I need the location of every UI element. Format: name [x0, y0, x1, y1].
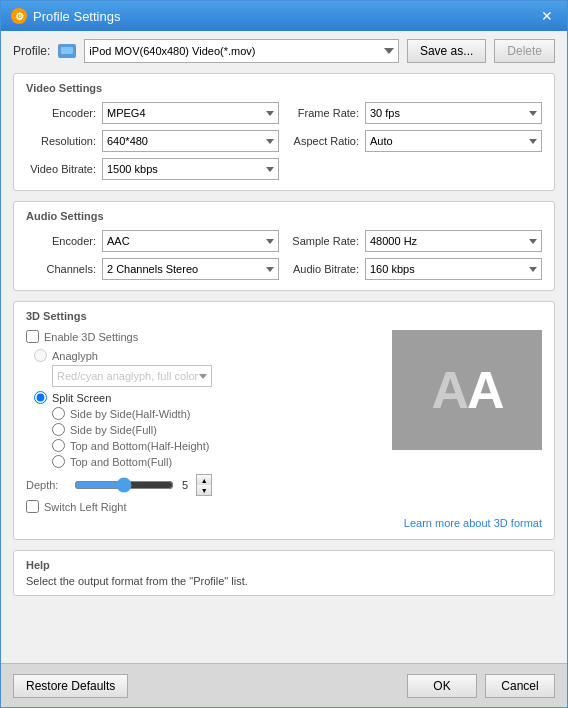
footer: Restore Defaults OK Cancel	[1, 663, 567, 707]
title-bar-left: ⚙ Profile Settings	[11, 8, 120, 24]
audio-settings-grid: Encoder: AAC Sample Rate: 48000 Hz Chann…	[26, 230, 542, 280]
depth-row: Depth: 5 ▲ ▼	[26, 474, 542, 496]
profile-settings-window: ⚙ Profile Settings ✕ Profile: iPod MOV(6…	[0, 0, 568, 708]
audio-encoder-select[interactable]: AAC	[102, 230, 279, 252]
frame-rate-select[interactable]: 30 fps	[365, 102, 542, 124]
sample-rate-select[interactable]: 48000 Hz	[365, 230, 542, 252]
resolution-select[interactable]: 640*480	[102, 130, 279, 152]
top-bottom-full-radio[interactable]	[52, 455, 65, 468]
aspect-ratio-row: Aspect Ratio: Auto	[289, 130, 542, 152]
depth-label: Depth:	[26, 479, 66, 491]
title-bar: ⚙ Profile Settings ✕	[1, 1, 567, 31]
encoder-row: Encoder: MPEG4	[26, 102, 279, 124]
anaglyph-row: Anaglyph	[34, 349, 382, 362]
split-screen-radio[interactable]	[34, 391, 47, 404]
audio-bitrate-row: Audio Bitrate: 160 kbps	[289, 258, 542, 280]
aspect-ratio-label: Aspect Ratio:	[289, 135, 359, 147]
sample-rate-row: Sample Rate: 48000 Hz	[289, 230, 542, 252]
depth-spinner: ▲ ▼	[196, 474, 212, 496]
resolution-label: Resolution:	[26, 135, 96, 147]
preview-aa-left: A	[431, 360, 467, 420]
profile-select[interactable]: iPod MOV(640x480) Video(*.mov)	[84, 39, 399, 63]
video-bitrate-select[interactable]: 1500 kbps	[102, 158, 279, 180]
ok-button[interactable]: OK	[407, 674, 477, 698]
resolution-row: Resolution: 640*480	[26, 130, 279, 152]
footer-right: OK Cancel	[407, 674, 555, 698]
help-title: Help	[26, 559, 542, 571]
depth-value: 5	[182, 479, 188, 491]
preview-aa-right: A	[467, 360, 503, 420]
main-content: Profile: iPod MOV(640x480) Video(*.mov) …	[1, 31, 567, 663]
svg-rect-1	[61, 47, 73, 54]
restore-defaults-button[interactable]: Restore Defaults	[13, 674, 128, 698]
anaglyph-radio[interactable]	[34, 349, 47, 362]
learn-more-link[interactable]: Learn more about 3D format	[26, 517, 542, 529]
video-settings-title: Video Settings	[26, 82, 542, 94]
3d-settings-title: 3D Settings	[26, 310, 542, 322]
help-text: Select the output format from the "Profi…	[26, 575, 542, 587]
channels-select[interactable]: 2 Channels Stereo	[102, 258, 279, 280]
split-screen-row: Split Screen	[34, 391, 382, 404]
enable-3d-checkbox[interactable]	[26, 330, 39, 343]
preview-aa-text: AA	[431, 360, 502, 420]
channels-label: Channels:	[26, 263, 96, 275]
depth-slider[interactable]	[74, 477, 174, 493]
video-bitrate-row: Video Bitrate: 1500 kbps	[26, 158, 279, 180]
close-button[interactable]: ✕	[537, 6, 557, 26]
audio-settings-section: Audio Settings Encoder: AAC Sample Rate:…	[13, 201, 555, 291]
cancel-button[interactable]: Cancel	[485, 674, 555, 698]
channels-row: Channels: 2 Channels Stereo	[26, 258, 279, 280]
side-by-side-full-row: Side by Side(Full)	[52, 423, 382, 436]
audio-bitrate-label: Audio Bitrate:	[289, 263, 359, 275]
depth-up-button[interactable]: ▲	[197, 475, 211, 485]
top-bottom-full-row: Top and Bottom(Full)	[52, 455, 542, 468]
enable-3d-label[interactable]: Enable 3D Settings	[44, 331, 138, 343]
video-settings-section: Video Settings Encoder: MPEG4 Frame Rate…	[13, 73, 555, 191]
frame-rate-row: Frame Rate: 30 fps	[289, 102, 542, 124]
anaglyph-select[interactable]: Red/cyan anaglyph, full color	[52, 365, 212, 387]
frame-rate-label: Frame Rate:	[289, 107, 359, 119]
audio-settings-title: Audio Settings	[26, 210, 542, 222]
window-title: Profile Settings	[33, 9, 120, 24]
anaglyph-label[interactable]: Anaglyph	[52, 350, 98, 362]
profile-icon	[58, 44, 76, 58]
save-as-button[interactable]: Save as...	[407, 39, 486, 63]
encoder-label: Encoder:	[26, 107, 96, 119]
3d-preview-box: AA	[392, 330, 542, 450]
switch-row: Switch Left Right	[26, 500, 542, 513]
profile-label: Profile:	[13, 44, 50, 58]
top-bottom-full-label[interactable]: Top and Bottom(Full)	[70, 456, 172, 468]
help-section: Help Select the output format from the "…	[13, 550, 555, 596]
side-by-side-full-label[interactable]: Side by Side(Full)	[70, 424, 157, 436]
delete-button[interactable]: Delete	[494, 39, 555, 63]
3d-settings-section: 3D Settings AA Enable 3D Settings	[13, 301, 555, 540]
app-icon: ⚙	[11, 8, 27, 24]
aspect-ratio-select[interactable]: Auto	[365, 130, 542, 152]
switch-lr-label[interactable]: Switch Left Right	[44, 501, 127, 513]
split-screen-label[interactable]: Split Screen	[52, 392, 111, 404]
profile-row: Profile: iPod MOV(640x480) Video(*.mov) …	[13, 39, 555, 63]
enable-3d-row: Enable 3D Settings	[26, 330, 382, 343]
top-bottom-half-row: Top and Bottom(Half-Height)	[52, 439, 382, 452]
side-by-side-half-radio[interactable]	[52, 407, 65, 420]
audio-encoder-row: Encoder: AAC	[26, 230, 279, 252]
top-bottom-half-label[interactable]: Top and Bottom(Half-Height)	[70, 440, 209, 452]
top-bottom-half-radio[interactable]	[52, 439, 65, 452]
video-settings-grid: Encoder: MPEG4 Frame Rate: 30 fps Resolu…	[26, 102, 542, 180]
side-by-side-half-label[interactable]: Side by Side(Half-Width)	[70, 408, 190, 420]
depth-down-button[interactable]: ▼	[197, 485, 211, 495]
switch-lr-checkbox[interactable]	[26, 500, 39, 513]
side-by-side-half-row: Side by Side(Half-Width)	[52, 407, 382, 420]
3d-settings-inner: AA Enable 3D Settings Anaglyph	[26, 330, 542, 529]
side-by-side-full-radio[interactable]	[52, 423, 65, 436]
video-bitrate-label: Video Bitrate:	[26, 163, 96, 175]
audio-bitrate-select[interactable]: 160 kbps	[365, 258, 542, 280]
encoder-select[interactable]: MPEG4	[102, 102, 279, 124]
sample-rate-label: Sample Rate:	[289, 235, 359, 247]
audio-encoder-label: Encoder:	[26, 235, 96, 247]
